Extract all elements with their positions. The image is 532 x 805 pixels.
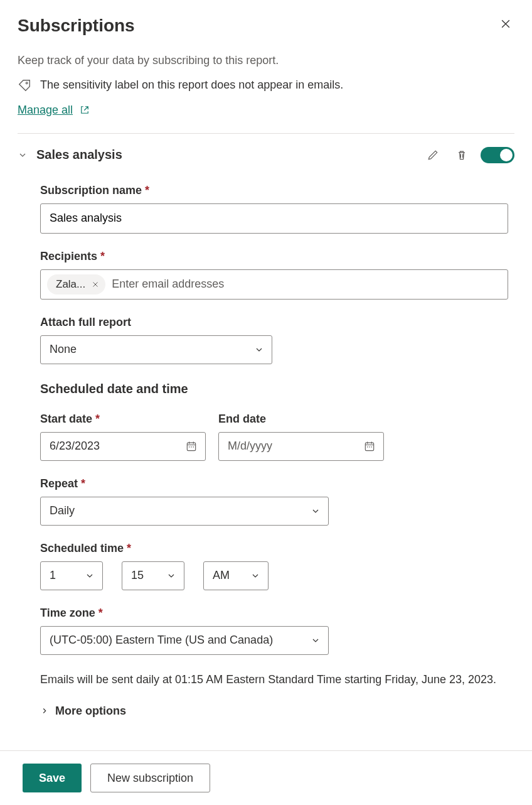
label-text: Subscription name	[40, 184, 142, 197]
svg-point-4	[193, 446, 194, 448]
ampm-value: AM	[213, 569, 230, 582]
attach-value: None	[50, 343, 77, 356]
svg-point-7	[369, 446, 370, 448]
required-asterisk: *	[127, 542, 131, 554]
minute-select[interactable]: 15	[122, 561, 184, 590]
repeat-value: Daily	[50, 504, 75, 517]
manage-all-label: Manage all	[18, 104, 73, 117]
subscription-name-input[interactable]	[40, 203, 508, 234]
ampm-select[interactable]: AM	[203, 561, 269, 590]
chevron-right-icon	[40, 706, 49, 715]
calendar-icon	[185, 440, 198, 453]
more-options-toggle[interactable]: More options	[40, 705, 508, 718]
chevron-down-icon	[85, 571, 95, 581]
schedule-summary: Emails will be sent daily at 01:15 AM Ea…	[40, 671, 508, 688]
calendar-icon	[363, 440, 376, 453]
required-asterisk: *	[81, 477, 85, 490]
required-asterisk: *	[95, 413, 100, 425]
minute-value: 15	[131, 569, 144, 582]
close-icon[interactable]	[497, 15, 514, 33]
hour-select[interactable]: 1	[40, 561, 103, 590]
divider	[18, 133, 514, 134]
manage-all-link[interactable]: Manage all	[18, 104, 90, 117]
start-date-value: 6/23/2023	[50, 440, 100, 453]
recipient-chip: Zala...	[47, 274, 105, 294]
subscription-name-label: Subscription name *	[40, 184, 508, 197]
attach-select[interactable]: None	[40, 335, 272, 364]
svg-point-0	[26, 82, 28, 84]
chevron-down-icon	[166, 571, 176, 581]
label-text: Start date	[40, 413, 92, 425]
repeat-label: Repeat *	[40, 477, 508, 490]
recipients-label: Recipients *	[40, 250, 508, 263]
recipients-input-box[interactable]: Zala...	[40, 269, 508, 300]
label-text: Recipients	[40, 250, 97, 262]
svg-point-2	[189, 446, 190, 448]
required-asterisk: *	[98, 607, 103, 619]
save-button[interactable]: Save	[23, 764, 82, 792]
end-date-label: End date	[218, 413, 384, 426]
schedule-heading: Scheduled date and time	[40, 382, 508, 396]
label-text: Scheduled time	[40, 542, 124, 554]
label-text: Time zone	[40, 607, 95, 619]
chip-remove-icon[interactable]	[92, 281, 99, 288]
end-date-placeholder: M/d/yyyy	[228, 440, 272, 453]
tag-icon	[18, 78, 31, 92]
recipients-text-input[interactable]	[112, 278, 501, 291]
start-date-input[interactable]: 6/23/2023	[40, 432, 206, 461]
svg-point-6	[367, 446, 368, 448]
external-link-icon	[79, 104, 90, 116]
chevron-down-icon	[311, 635, 321, 646]
required-asterisk: *	[145, 184, 149, 197]
chevron-down-icon	[254, 345, 264, 355]
svg-point-8	[371, 446, 373, 448]
required-asterisk: *	[100, 250, 105, 262]
footer-bar: Save New subscription	[0, 750, 532, 805]
start-date-label: Start date *	[40, 413, 206, 426]
chevron-down-icon[interactable]	[18, 150, 28, 160]
delete-button[interactable]	[452, 145, 472, 165]
enable-toggle[interactable]	[481, 147, 514, 163]
chevron-down-icon	[250, 571, 260, 581]
timezone-label: Time zone *	[40, 607, 508, 620]
svg-point-3	[191, 446, 192, 448]
edit-button[interactable]	[423, 145, 443, 165]
attach-label: Attach full report	[40, 316, 508, 329]
label-text: Repeat	[40, 477, 78, 490]
chip-label: Zala...	[56, 278, 85, 291]
repeat-select[interactable]: Daily	[40, 497, 329, 526]
hour-value: 1	[50, 569, 56, 582]
sensitivity-text: The sensitivity label on this report doe…	[40, 78, 343, 92]
section-title: Sales analysis	[36, 148, 414, 162]
more-options-label: More options	[55, 705, 126, 718]
page-title: Subscriptions	[18, 15, 135, 36]
timezone-value: (UTC-05:00) Eastern Time (US and Canada)	[50, 634, 273, 647]
end-date-input[interactable]: M/d/yyyy	[218, 432, 384, 461]
scheduled-time-label: Scheduled time *	[40, 542, 508, 555]
subtitle-text: Keep track of your data by subscribing t…	[18, 54, 514, 67]
new-subscription-button[interactable]: New subscription	[90, 764, 210, 792]
timezone-select[interactable]: (UTC-05:00) Eastern Time (US and Canada)	[40, 626, 329, 655]
chevron-down-icon	[311, 506, 321, 516]
